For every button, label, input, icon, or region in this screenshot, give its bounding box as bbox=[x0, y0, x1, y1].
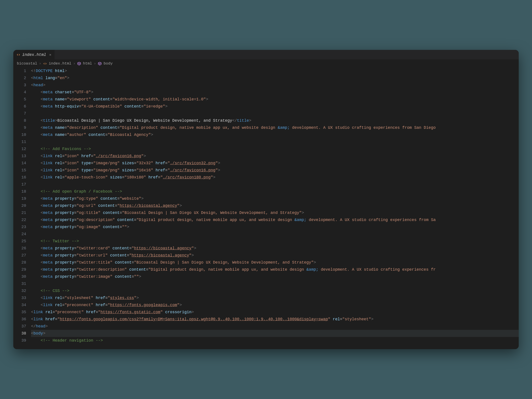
chevron-right-icon: › bbox=[73, 61, 75, 66]
code-line[interactable]: <link rel="icon" type="image/png" sizes=… bbox=[31, 167, 519, 174]
line-number: 38 bbox=[13, 330, 26, 337]
line-number: 16 bbox=[13, 174, 26, 181]
code-line[interactable]: <meta property="twitter:card" content="h… bbox=[31, 245, 519, 252]
line-number: 2 bbox=[13, 75, 26, 82]
breadcrumb-item[interactable]: html bbox=[83, 61, 92, 66]
line-number: 31 bbox=[13, 280, 26, 287]
line-number: 17 bbox=[13, 181, 26, 188]
code-line[interactable]: <title>Bicoastal Design | San Diego UX D… bbox=[31, 117, 519, 124]
symbol-icon bbox=[77, 62, 81, 66]
code-line[interactable]: <meta property="og:type" content="websit… bbox=[31, 195, 519, 202]
code-line[interactable]: <!DOCTYPE html> bbox=[31, 67, 519, 75]
code-line[interactable]: <head> bbox=[31, 82, 519, 89]
code-line[interactable]: <!-- Add open Graph / Facebook --> bbox=[31, 188, 519, 195]
line-number: 4 bbox=[13, 89, 26, 96]
line-number: 10 bbox=[13, 131, 26, 138]
code-line[interactable]: <meta name="description" content="Digita… bbox=[31, 124, 519, 131]
tab-index-html[interactable]: index.html ✕ bbox=[13, 50, 55, 59]
code-line[interactable] bbox=[31, 231, 519, 238]
line-number: 20 bbox=[13, 202, 26, 209]
line-number: 23 bbox=[13, 223, 26, 231]
code-line[interactable]: <html lang="en"> bbox=[31, 75, 519, 82]
line-number: 13 bbox=[13, 152, 26, 160]
line-number: 35 bbox=[13, 309, 26, 316]
code-line[interactable]: <!-- Header navigation --> bbox=[31, 337, 519, 344]
file-code-icon bbox=[43, 62, 47, 66]
line-number: 11 bbox=[13, 138, 26, 146]
line-number: 28 bbox=[13, 259, 26, 266]
code-line[interactable]: <meta property="og:title" content="Bicoa… bbox=[31, 209, 519, 216]
line-number: 26 bbox=[13, 245, 26, 252]
line-number: 19 bbox=[13, 195, 26, 202]
code-line[interactable]: <body> bbox=[31, 330, 519, 337]
line-number: 24 bbox=[13, 231, 26, 238]
tab-bar: index.html ✕ bbox=[13, 50, 519, 60]
code-line[interactable]: <link rel="preconnect" href="https://fon… bbox=[31, 309, 519, 316]
line-number: 14 bbox=[13, 160, 26, 167]
code-line[interactable]: <link rel="preconnect" href="https://fon… bbox=[31, 301, 519, 309]
line-number: 12 bbox=[13, 146, 26, 152]
line-number: 22 bbox=[13, 216, 26, 223]
code-line[interactable]: <!-- Twitter --> bbox=[31, 238, 519, 245]
code-line[interactable]: <link rel="stylesheet" href="styles.css"… bbox=[31, 294, 519, 301]
line-number: 15 bbox=[13, 167, 26, 174]
line-number: 1 bbox=[13, 67, 26, 75]
chevron-right-icon: › bbox=[94, 61, 96, 66]
code-line[interactable]: <meta property="og:description" content=… bbox=[31, 216, 519, 223]
code-line[interactable]: <meta charset="UTF-8"> bbox=[31, 89, 519, 96]
code-area[interactable]: <!DOCTYPE html><html lang="en"><head> <m… bbox=[31, 67, 519, 349]
code-line[interactable] bbox=[31, 110, 519, 117]
code-line[interactable]: </head> bbox=[31, 323, 519, 330]
line-number: 27 bbox=[13, 252, 26, 259]
file-code-icon bbox=[16, 53, 20, 57]
code-line[interactable]: <meta http-equiv="X-UA-Compatible" conte… bbox=[31, 103, 519, 110]
code-line[interactable]: <link href="https://fonts.googleapis.com… bbox=[31, 316, 519, 323]
line-number: 21 bbox=[13, 209, 26, 216]
line-number: 25 bbox=[13, 238, 26, 245]
code-line[interactable]: <meta property="og:image" content=""> bbox=[31, 223, 519, 231]
code-line[interactable]: <link rel="icon" href="./src/favicon16.p… bbox=[31, 152, 519, 160]
code-line[interactable]: <meta property="twitter:image" content="… bbox=[31, 273, 519, 280]
breadcrumb-item[interactable]: index.html bbox=[49, 61, 71, 66]
code-line[interactable]: <meta property="twitter:url" content="ht… bbox=[31, 252, 519, 259]
code-line[interactable]: <!-- CSS --> bbox=[31, 287, 519, 294]
code-line[interactable] bbox=[31, 138, 519, 146]
line-number: 30 bbox=[13, 273, 26, 280]
code-line[interactable]: <meta property="twitter:title" content="… bbox=[31, 259, 519, 266]
line-number: 6 bbox=[13, 103, 26, 110]
chevron-right-icon: › bbox=[39, 61, 41, 66]
code-line[interactable]: <meta property="og:url" content="https:/… bbox=[31, 202, 519, 209]
line-number: 32 bbox=[13, 287, 26, 294]
line-number: 7 bbox=[13, 110, 26, 117]
code-line[interactable]: <link rel="icon" type="image/png" sizes=… bbox=[31, 160, 519, 167]
breadcrumb-item[interactable]: body bbox=[103, 61, 113, 66]
code-line[interactable] bbox=[31, 280, 519, 287]
line-number: 8 bbox=[13, 117, 26, 124]
code-line[interactable]: <!-- Add Favicons --> bbox=[31, 146, 519, 152]
line-number: 33 bbox=[13, 294, 26, 301]
symbol-icon bbox=[98, 62, 102, 66]
code-line[interactable]: <meta name="viewport" content="width=dev… bbox=[31, 96, 519, 103]
breadcrumb-item[interactable]: bicoastal bbox=[17, 61, 37, 66]
code-line[interactable]: <meta name="author" content="Bicoastal A… bbox=[31, 131, 519, 138]
line-number: 36 bbox=[13, 316, 26, 323]
line-number: 3 bbox=[13, 82, 26, 89]
line-number-gutter: 1234567891011121314151617181920212223242… bbox=[13, 67, 31, 349]
line-number: 34 bbox=[13, 301, 26, 309]
code-editor[interactable]: 1234567891011121314151617181920212223242… bbox=[13, 67, 519, 349]
code-line[interactable]: <meta property="twitter:description" con… bbox=[31, 266, 519, 273]
code-line[interactable] bbox=[31, 181, 519, 188]
line-number: 29 bbox=[13, 266, 26, 273]
breadcrumb: bicoastal › index.html › html › body bbox=[13, 60, 519, 67]
line-number: 39 bbox=[13, 337, 26, 344]
tab-filename: index.html bbox=[22, 52, 46, 57]
close-icon[interactable]: ✕ bbox=[49, 52, 51, 57]
line-number: 9 bbox=[13, 124, 26, 131]
line-number: 5 bbox=[13, 96, 26, 103]
editor-window: index.html ✕ bicoastal › index.html › ht… bbox=[13, 50, 519, 349]
line-number: 18 bbox=[13, 188, 26, 195]
line-number: 37 bbox=[13, 323, 26, 330]
code-line[interactable]: <link rel="apple-touch-icon" sizes="180x… bbox=[31, 174, 519, 181]
